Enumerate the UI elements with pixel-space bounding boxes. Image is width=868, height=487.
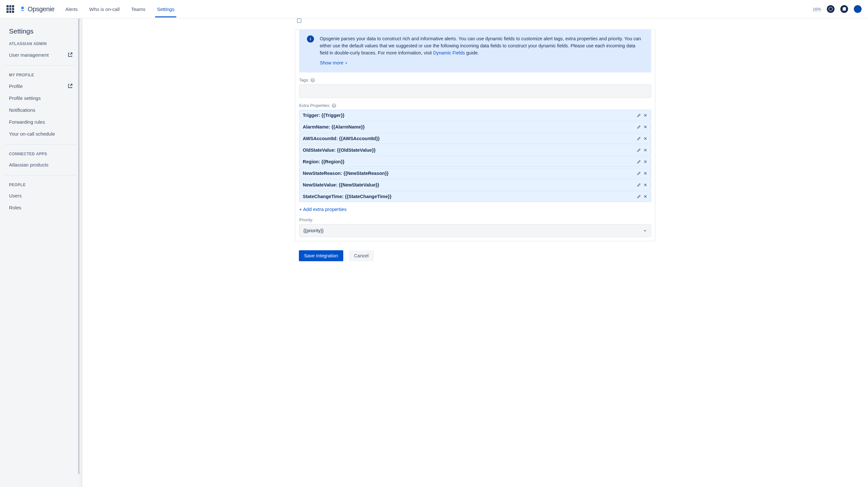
edit-icon[interactable] (637, 171, 641, 175)
close-icon[interactable] (643, 160, 648, 164)
brand-name: Opsgenie (28, 5, 54, 13)
close-icon[interactable] (643, 136, 648, 141)
property-row: NewStateValue: {{NewStateValue}} (299, 179, 651, 190)
sidebar-item-your-on-call-schedule[interactable]: Your on-call schedule (0, 128, 82, 140)
chevron-down-icon (643, 229, 647, 233)
integration-card: i Opsgenie parses your data to construct… (295, 29, 655, 241)
property-text: NewStateValue: {{NewStateValue}} (303, 182, 379, 188)
edit-icon[interactable] (637, 160, 641, 164)
property-row: NewStateReason: {{NewStateReason}} (299, 168, 651, 179)
property-text: AWSAccountId: {{AWSAccountId}} (303, 136, 380, 141)
top-header: Opsgenie Alerts Who is on-call Teams Set… (0, 0, 868, 18)
svg-rect-4 (843, 7, 846, 11)
chevron-right-icon (345, 61, 348, 65)
property-row: AWSAccountId: {{AWSAccountId}} (299, 133, 651, 144)
info-banner: i Opsgenie parses your data to construct… (299, 30, 651, 73)
compass-icon[interactable] (827, 5, 835, 13)
cancel-button[interactable]: Cancel (349, 250, 374, 261)
add-extra-properties-link[interactable]: + Add extra properties (299, 206, 346, 212)
property-row: Trigger: {{Trigger}} (299, 110, 651, 121)
property-row: Region: {{Region}} (299, 156, 651, 167)
sidebar-item-atlassian-products[interactable]: Atlassian products (0, 159, 82, 171)
property-text: Trigger: {{Trigger}} (303, 113, 345, 118)
property-row: OldStateValue: {{OldStateValue}} (299, 145, 651, 155)
external-link-icon (67, 83, 73, 89)
grid-icon (6, 5, 14, 13)
sidebar-head-people: PEOPLE (0, 180, 82, 190)
sidebar-head-my-profile: MY PROFILE (0, 70, 82, 80)
help-icon[interactable]: ? (310, 78, 315, 82)
extra-properties-list: Trigger: {{Trigger}}AlarmName: {{AlarmNa… (299, 110, 651, 202)
tags-label: Tags: ? (299, 78, 651, 82)
nav-who-on-call[interactable]: Who is on-call (88, 1, 122, 18)
nav-teams[interactable]: Teams (129, 1, 147, 18)
property-text: AlarmName: {{AlarmName}} (303, 124, 365, 130)
sidebar-item-roles[interactable]: Roles (0, 202, 82, 213)
main-content: i Opsgenie parses your data to construct… (82, 18, 868, 487)
sidebar-title: Settings (0, 27, 82, 39)
property-row: AlarmName: {{AlarmName}} (299, 121, 651, 133)
edit-icon[interactable] (637, 136, 641, 141)
dynamic-fields-link[interactable]: Dynamic Fields (433, 50, 465, 55)
property-text: OldStateValue: {{OldStateValue}} (303, 147, 375, 153)
sidebar: Settings ATLASSIAN ADMIN User management… (0, 18, 82, 487)
property-text: NewStateReason: {{NewStateReason}} (303, 171, 389, 176)
help-icon[interactable]: ? (332, 104, 336, 108)
edit-icon[interactable] (637, 148, 641, 152)
sidebar-item-notifications[interactable]: Notifications (0, 104, 82, 116)
property-text: Region: {{Region}} (303, 159, 345, 164)
priority-value: {{priority}} (303, 228, 324, 233)
top-nav: Alerts Who is on-call Teams Settings (63, 1, 176, 18)
priority-label: Priority: (299, 218, 651, 222)
sidebar-head-atlassian-admin: ATLASSIAN ADMIN (0, 39, 82, 49)
avatar[interactable] (854, 5, 862, 13)
show-more-button[interactable]: Show more (320, 60, 644, 67)
edit-icon[interactable] (637, 113, 641, 118)
sidebar-item-profile-settings[interactable]: Profile settings (0, 92, 82, 104)
property-text: StateChangeTime: {{StateChangeTime}} (303, 194, 392, 199)
save-integration-button[interactable]: Save Integration (299, 250, 343, 261)
usage-percent[interactable]: 16% (813, 7, 821, 11)
logo[interactable]: Opsgenie (19, 5, 54, 13)
checkbox[interactable] (297, 18, 302, 23)
edit-icon[interactable] (637, 125, 641, 129)
close-icon[interactable] (643, 194, 648, 199)
opsgenie-logo-icon (19, 6, 26, 12)
tags-input[interactable] (299, 84, 651, 98)
app-switcher[interactable] (6, 5, 14, 13)
sidebar-item-users[interactable]: Users (0, 190, 82, 202)
info-icon: i (307, 35, 314, 42)
external-link-icon (67, 52, 73, 58)
nav-alerts[interactable]: Alerts (63, 1, 80, 18)
edit-icon[interactable] (637, 194, 641, 199)
svg-point-0 (21, 7, 24, 9)
close-icon[interactable] (643, 113, 648, 118)
close-icon[interactable] (643, 148, 648, 152)
sidebar-head-connected-apps: CONNECTED APPS (0, 149, 82, 159)
sidebar-item-profile[interactable]: Profile (0, 80, 82, 92)
nav-settings[interactable]: Settings (155, 1, 176, 18)
extra-properties-label: Extra Properties: ? (299, 103, 651, 108)
close-icon[interactable] (643, 125, 648, 129)
sidebar-item-user-management[interactable]: User management (0, 49, 82, 61)
priority-select[interactable]: {{priority}} (299, 224, 651, 237)
property-row: StateChangeTime: {{StateChangeTime}} (299, 191, 651, 202)
sidebar-item-forwarding-rules[interactable]: Forwarding rules (0, 116, 82, 128)
close-icon[interactable] (643, 183, 648, 187)
edit-icon[interactable] (637, 183, 641, 187)
info-text: Opsgenie parses your data to construct r… (320, 36, 641, 55)
notes-icon[interactable] (840, 5, 848, 13)
close-icon[interactable] (643, 171, 648, 175)
svg-point-1 (829, 7, 833, 11)
